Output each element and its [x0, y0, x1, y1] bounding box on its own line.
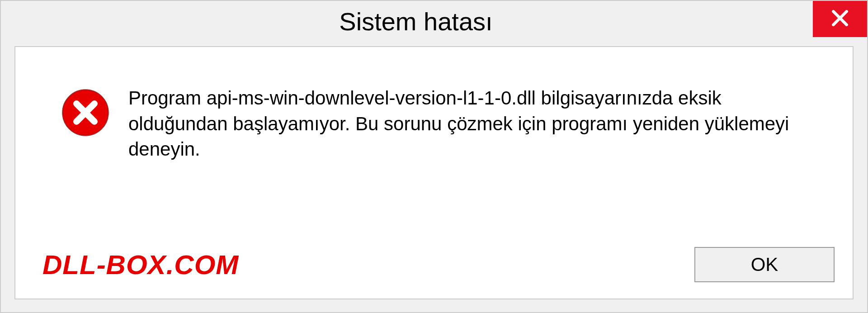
titlebar: Sistem hatası: [1, 1, 867, 42]
watermark-text: DLL-BOX.COM: [42, 249, 239, 280]
close-button[interactable]: [813, 1, 867, 37]
message-area: Program api-ms-win-downlevel-version-l1-…: [15, 47, 853, 244]
close-icon: [830, 8, 850, 30]
error-message: Program api-ms-win-downlevel-version-l1-…: [128, 83, 826, 162]
ok-button[interactable]: OK: [694, 247, 835, 282]
ok-button-label: OK: [751, 254, 778, 275]
dialog-content: Program api-ms-win-downlevel-version-l1-…: [14, 46, 854, 299]
error-icon: [61, 88, 110, 138]
dialog-footer: DLL-BOX.COM OK: [15, 244, 853, 299]
dialog-title: Sistem hatası: [19, 7, 867, 36]
